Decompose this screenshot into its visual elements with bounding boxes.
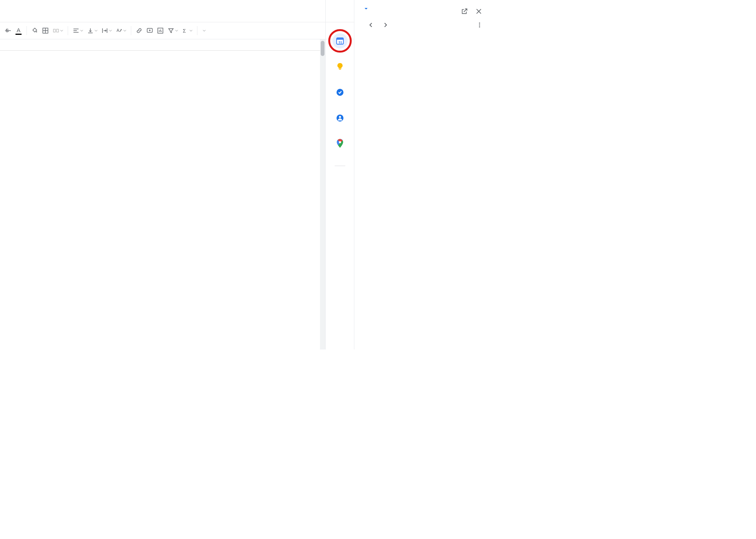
chevron-down-icon [364,7,368,11]
svg-text:31: 31 [338,40,342,44]
maps-addon-button[interactable] [332,136,348,151]
svg-rect-14 [337,38,343,40]
calendar-body[interactable] [354,33,490,349]
filter-button[interactable] [166,26,180,36]
more-vert-icon [477,22,483,28]
contacts-icon [336,114,344,122]
open-in-new-button[interactable] [461,8,468,15]
calendar-side-panel [354,0,490,349]
svg-rect-16 [339,69,341,70]
chevron-right-icon [383,23,388,27]
svg-text:Σ: Σ [183,28,186,34]
calendar-icon: 31 [335,36,345,45]
close-panel-button[interactable] [475,8,483,15]
tasks-icon [336,88,344,96]
functions-button[interactable]: Σ [180,26,194,36]
open-in-new-icon [461,8,468,15]
close-icon [475,8,483,15]
next-day-button[interactable] [383,23,391,27]
tasks-addon-button[interactable] [332,85,348,100]
borders-button[interactable] [40,26,50,36]
svg-point-3 [36,31,37,33]
calendar-more-button[interactable] [477,22,483,28]
side-panel-rail: 31 [325,0,354,349]
svg-point-23 [479,26,480,28]
contacts-addon-button[interactable] [332,110,348,126]
insert-chart-button[interactable] [155,26,165,36]
text-rotation-button[interactable]: A [114,26,128,36]
insert-link-button[interactable] [134,26,144,36]
calendar-date-selector[interactable] [362,7,461,11]
chevron-left-icon [369,23,373,27]
text-color-button[interactable]: A [14,26,23,36]
spreadsheet-area [0,39,325,349]
keep-addon-button[interactable] [332,59,348,74]
scrollbar-thumb[interactable] [321,41,324,56]
get-addons-button[interactable] [332,177,348,192]
svg-point-19 [339,116,341,118]
insert-comment-button[interactable] [145,26,155,36]
fill-color-button[interactable] [30,26,40,36]
horizontal-align-button[interactable] [71,26,85,36]
vertical-align-button[interactable] [85,26,99,36]
prev-day-button[interactable] [369,23,376,27]
toolbar-separator [68,26,68,35]
merge-cells-button[interactable] [51,26,65,36]
svg-point-20 [339,141,341,143]
last-changes-link[interactable] [18,9,26,13]
maps-icon [336,139,344,149]
toolbar-separator [131,26,131,35]
menu-accessibility[interactable] [11,9,18,13]
svg-point-21 [479,23,480,24]
toolbar-separator [197,26,197,35]
calendar-addon-button[interactable]: 31 [332,33,348,48]
menu-help[interactable] [3,9,11,13]
svg-point-22 [479,25,480,26]
strikethrough-button[interactable]: S [3,26,13,36]
svg-rect-7 [53,29,55,32]
vertical-scrollbar[interactable] [320,39,325,349]
column-headers [0,39,320,51]
grid-body[interactable] [0,51,320,349]
text-wrap-button[interactable] [100,26,113,36]
svg-rect-8 [57,29,59,32]
menu-bar [3,9,26,13]
input-method-button[interactable] [200,26,207,36]
svg-text:A: A [116,28,119,33]
toolbar-separator [26,26,27,35]
side-rail-divider [335,166,345,166]
keep-icon [336,62,344,71]
